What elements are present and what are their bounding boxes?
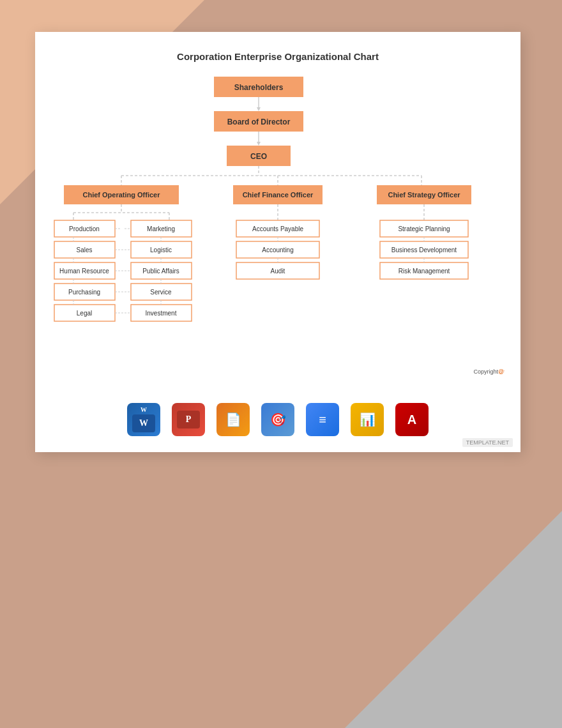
app-icons-bar: W W P 📄 🎯 ≡ 📊 A (51, 397, 505, 439)
org-chart-svg: Shareholders Board of Director CEO Chief… (51, 73, 505, 386)
arrow-2 (257, 142, 261, 146)
marketing-label: Marketing (147, 225, 175, 232)
google-slides-icon[interactable]: 📊 (351, 403, 384, 436)
chart-title: Corporation Enterprise Organizational Ch… (51, 51, 505, 62)
ap-label: Accounts Payable (252, 225, 303, 232)
hr-label: Human Resource (59, 268, 109, 275)
purchasing-label: Purchasing (68, 289, 100, 296)
copyright-link: @template.net (498, 368, 505, 375)
sp-label: Strategic Planning (398, 225, 450, 232)
google-docs-icon[interactable]: ≡ (306, 403, 339, 436)
keynote-icon[interactable]: 🎯 (261, 403, 294, 436)
logistic-label: Logistic (150, 246, 172, 254)
cfo-label: Chief Finance Officer (243, 191, 314, 199)
copyright-text: Copyright (473, 368, 498, 375)
pages-icon[interactable]: 📄 (216, 403, 250, 436)
background-triangle-bottom (345, 511, 562, 728)
cso-label: Chief Strategy Officer (388, 191, 460, 199)
investment-label: Investment (146, 310, 177, 317)
arrow-1 (257, 107, 261, 111)
board-label: Board of Director (227, 118, 291, 126)
publicaffairs-label: Public Affairs (142, 268, 179, 275)
accounting-label: Accounting (262, 246, 293, 254)
shareholders-label: Shareholders (234, 83, 284, 92)
coo-label: Chief Operating Officer (82, 191, 160, 199)
ceo-label: CEO (250, 152, 267, 161)
audit-label: Audit (271, 268, 285, 275)
main-card: Corporation Enterprise Organizational Ch… (35, 32, 520, 452)
powerpoint-icon[interactable]: P (172, 403, 205, 436)
sales-label: Sales (76, 246, 92, 254)
word-icon[interactable]: W W (127, 403, 160, 436)
production-label: Production (69, 225, 100, 232)
acrobat-icon[interactable]: A (395, 403, 429, 436)
rm-label: Risk Management (399, 268, 450, 275)
service-label: Service (150, 289, 172, 296)
bd-label: Business Development (391, 246, 457, 254)
watermark: TEMPLATE.NET (462, 438, 513, 447)
legal-label: Legal (77, 310, 92, 317)
